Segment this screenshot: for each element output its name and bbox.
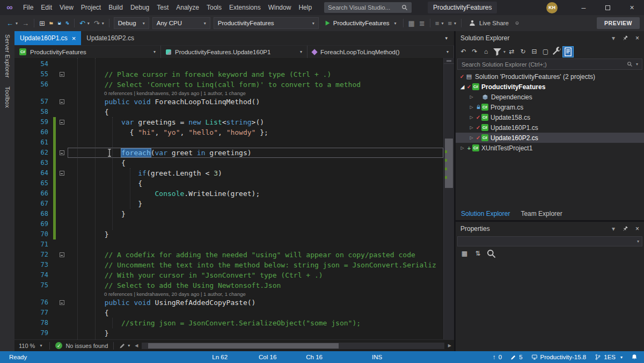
fold-collapse-icon[interactable] xyxy=(56,97,68,107)
menu-edit[interactable]: Edit xyxy=(37,0,56,15)
tree-item-dependencies[interactable]: ▷Dependencies xyxy=(456,92,644,102)
navigate-forward-history-button[interactable]: ≡▾ xyxy=(445,17,458,30)
codelens-row[interactable]: 0 references | kendrahavens, 20 days ago… xyxy=(14,291,443,297)
undo-navigation-icon[interactable]: ↶ xyxy=(458,47,469,57)
zoom-dropdown[interactable]: 110 %▾ xyxy=(19,343,46,349)
status-insert-mode[interactable]: INS xyxy=(372,354,382,360)
menu-extensions[interactable]: Extensions xyxy=(225,0,265,15)
maximize-button[interactable] xyxy=(596,0,620,15)
feedback-icon[interactable] xyxy=(513,17,521,30)
code-line-64[interactable]: 64 if(greet.Length < 3) xyxy=(14,168,443,178)
start-debugging-button[interactable]: ProductivityFeatures▾ xyxy=(320,17,400,30)
code-line-66[interactable]: 66 Console.WriteLine(greet); xyxy=(14,188,443,199)
pin-icon[interactable] xyxy=(622,226,628,232)
status-line[interactable]: Ln 62 xyxy=(212,354,228,360)
preview-badge[interactable]: PREVIEW xyxy=(597,17,640,29)
home-icon[interactable]: ⌂ xyxy=(481,47,491,57)
navigate-backward-button[interactable]: ←▾ xyxy=(4,17,20,30)
sync-with-active-document-icon[interactable]: ⇄ xyxy=(507,47,517,57)
branch-button[interactable]: 1ES▾ xyxy=(595,354,623,360)
code-line-58[interactable]: 58 { xyxy=(14,107,443,117)
vertical-scrollbar-thumb[interactable] xyxy=(445,139,453,188)
open-files-chevron-icon[interactable]: ▾ xyxy=(438,35,454,41)
user-avatar[interactable]: KH xyxy=(546,2,558,13)
close-icon[interactable]: × xyxy=(635,225,639,233)
tree-item-program-cs[interactable]: ▷C#Program.cs xyxy=(456,102,644,112)
redo-button[interactable]: ↷▾ xyxy=(92,17,106,30)
menu-view[interactable]: View xyxy=(56,0,77,15)
status-column[interactable]: Col 16 xyxy=(259,354,276,360)
menu-project[interactable]: Project xyxy=(77,0,105,15)
expander-icon[interactable]: ◢ xyxy=(459,84,466,90)
search-options-chevron-icon[interactable]: ▾ xyxy=(636,62,638,67)
solution-configurations-dropdown[interactable]: Debug▾ xyxy=(114,17,149,29)
rail-tab-toolbox[interactable]: Toolbox xyxy=(4,86,11,108)
tree-item-update160p1-cs[interactable]: ▷✓C#Update160P1.cs xyxy=(456,122,644,133)
menu-window[interactable]: Window xyxy=(265,0,295,15)
expander-icon[interactable]: ▷ xyxy=(468,135,475,140)
properties-object-dropdown[interactable]: ▾ xyxy=(457,236,642,246)
status-character[interactable]: Ch 16 xyxy=(306,354,323,360)
solution-explorer-header[interactable]: Solution Explorer ▾ × xyxy=(456,31,644,45)
code-line-71[interactable]: 71 xyxy=(14,239,443,250)
expander-icon[interactable]: ▷ xyxy=(459,146,466,150)
code-line-60[interactable]: 60 { "hi", "yo", "hello", "howdy" }; xyxy=(14,127,443,137)
menu-build[interactable]: Build xyxy=(105,0,127,15)
breadcrumb-dropdown-1[interactable]: ProductivityFeatures.Update160P1▾ xyxy=(161,46,308,58)
close-tab-icon[interactable]: × xyxy=(72,35,76,42)
save-button[interactable] xyxy=(55,17,63,30)
fold-collapse-icon[interactable] xyxy=(56,250,68,260)
scroll-right-icon[interactable]: ▶ xyxy=(445,343,454,348)
expander-icon[interactable]: ▷ xyxy=(468,115,475,120)
code-line-78[interactable]: 78 //string json = JsonConvert.Serialize… xyxy=(14,318,443,328)
repository-button[interactable]: Productivity-15.8 xyxy=(531,354,587,360)
menu-tools[interactable]: Tools xyxy=(203,0,225,15)
code-line-77[interactable]: 77 { xyxy=(14,308,443,318)
code-line-57[interactable]: 57 public void ForeachLoopToLinqMethod() xyxy=(14,97,443,107)
categorized-icon[interactable]: ▦ xyxy=(459,249,470,259)
performance-profiler-button[interactable]: ▦ xyxy=(406,17,417,30)
code-line-65[interactable]: 65 { xyxy=(14,178,443,188)
collapse-all-icon[interactable]: ⊟ xyxy=(529,47,539,57)
rail-tab-server-explorer[interactable]: Server Explorer xyxy=(4,34,11,78)
code-line-61[interactable]: 61 xyxy=(14,137,443,148)
close-icon[interactable]: × xyxy=(635,34,639,42)
code-line-55[interactable]: 55 // Place cursor in foreach keyword an… xyxy=(14,69,443,79)
code-line-70[interactable]: 70 } xyxy=(14,229,443,239)
properties-header[interactable]: Properties ▾ × xyxy=(456,222,644,236)
code-lines[interactable]: 5455 // Place cursor in foreach keyword … xyxy=(14,58,443,339)
fold-collapse-icon[interactable] xyxy=(56,297,68,308)
notifications-bell-icon[interactable] xyxy=(631,354,638,360)
code-line-73[interactable]: 73 // Uncomment the text into the method… xyxy=(14,260,443,270)
horizontal-scrollbar[interactable] xyxy=(142,343,444,349)
code-line-54[interactable]: 54 xyxy=(14,59,443,69)
quick-launch-search-input[interactable]: Search Visual Studio... xyxy=(324,2,412,13)
alphabetical-sort-icon[interactable]: ⇅ xyxy=(473,249,483,259)
startup-projects-dropdown[interactable]: ProductivityFeatures▾ xyxy=(214,17,319,29)
preview-selected-items-icon[interactable] xyxy=(563,47,573,57)
property-search-icon[interactable] xyxy=(486,249,496,259)
pin-icon[interactable] xyxy=(622,35,628,41)
tree-item-update158-cs[interactable]: ▷✓C#Update158.cs xyxy=(456,112,644,122)
fold-collapse-icon[interactable] xyxy=(56,148,68,158)
menu-analyze[interactable]: Analyze xyxy=(172,0,203,15)
expander-icon[interactable]: ▷ xyxy=(468,95,475,99)
editor-tab-update160p1-cs[interactable]: Update160P1.cs× xyxy=(14,31,81,45)
filter-icon[interactable] xyxy=(492,47,502,57)
menu-file[interactable]: File xyxy=(19,0,37,15)
menu-help[interactable]: Help xyxy=(295,0,316,15)
fold-collapse-icon[interactable] xyxy=(56,117,68,127)
code-line-74[interactable]: 74 // With your cursor in "JsonConvert" … xyxy=(14,270,443,280)
editor-splitter-grip[interactable] xyxy=(444,58,454,64)
code-line-63[interactable]: 63 { xyxy=(14,158,443,168)
properties-wrench-icon[interactable] xyxy=(552,47,562,57)
redo-navigation-icon[interactable]: ↷ xyxy=(470,47,480,57)
tree-item-solution-productivityfeatures-2-projects[interactable]: ✓▤Solution 'ProductivityFeatures' (2 pro… xyxy=(456,71,644,82)
tree-item-update160p2-cs[interactable]: ▷✓C#Update160P2.cs xyxy=(456,133,644,143)
editor-tab-update160p2-cs[interactable]: Update160P2.cs xyxy=(81,31,140,45)
code-line-69[interactable]: 69 xyxy=(14,219,443,229)
code-line-79[interactable]: 79 } xyxy=(14,328,443,338)
scroll-left-icon[interactable]: ◀ xyxy=(132,343,141,348)
breadcrumb-dropdown-2[interactable]: ForeachLoopToLinqMethod()▾ xyxy=(308,46,454,58)
code-line-67[interactable]: 67 } xyxy=(14,199,443,209)
